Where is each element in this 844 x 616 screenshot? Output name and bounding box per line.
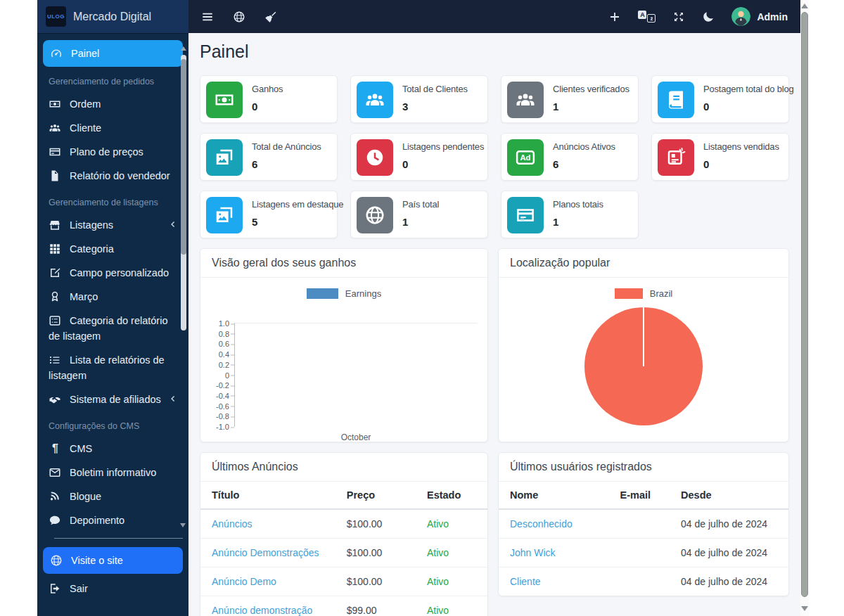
page-scroll-up-arrow[interactable] [801,4,808,8]
earnings-legend-swatch [307,288,338,299]
column-titulo: Título [200,482,335,509]
sidebar-item-listagens[interactable]: Listagens [43,213,183,237]
sidebar-item-painel[interactable]: Painel [43,40,183,67]
menu-toggle-icon[interactable] [201,11,214,23]
column-desde: Desde [670,482,788,509]
sidebar-item-ordem[interactable]: Ordem [43,92,183,116]
sidebar-section-listings: Gerenciamento de listagens [49,198,177,210]
admin-label: Admin [757,11,788,23]
top-navbar: A ž Admin [188,0,800,33]
registered-date: 04 de julho de 2024 [670,567,788,596]
sidebar-item-categoria-relatorio[interactable]: Categoria do relatório de listagem [43,309,183,348]
location-pie-chart: Brazil [499,278,788,442]
y-tick: -0.4 [203,392,229,399]
navbar-right-group: A ž Admin [608,7,788,26]
stat-card-planos-totais: Planos totais1 [501,191,639,238]
file-icon [49,169,62,182]
sidebar-item-sair[interactable]: Sair [43,577,183,601]
images-icon [206,139,243,176]
ad-icon [507,139,544,176]
sidebar-section-orders: Gerenciamento de pedidos [49,77,177,89]
y-tick: 0.4 [203,351,229,359]
brand-name: Mercado Digital [73,11,151,23]
status-badge: Ativo [427,576,449,587]
stat-card-ganhos: Ganhos0 [200,75,338,123]
sidebar-scroll-down-arrow[interactable] [180,523,186,527]
page-scroll-down-arrow[interactable] [801,606,808,611]
earnings-chart-panel: Visão geral dos seus ganhos Earnings 1.0… [200,248,488,442]
sidebar-item-marco[interactable]: Março [43,285,183,309]
user-menu[interactable]: Admin [731,7,788,26]
page-scrollbar-thumb[interactable] [801,12,808,597]
status-badge: Ativo [427,518,449,530]
envelope-icon [49,466,62,479]
sidebar-menu: Painel Gerenciamento de pedidos Ordem Cl… [37,33,188,601]
app-logo: ULOG [46,6,66,27]
listing-link[interactable]: Anúncios [212,518,252,530]
pie-legend[interactable]: Brazil [499,278,788,299]
users-icon [507,82,544,118]
sidebar-item-campo-personalizado[interactable]: Campo personalizado [43,261,183,285]
clock-icon [357,139,393,176]
listing-link[interactable]: Anúncio Demo [212,576,276,587]
globe-icon[interactable] [233,11,245,23]
sidebar-section-cms: Configurações do CMS [49,421,177,434]
charts-row: Visão geral dos seus ganhos Earnings 1.0… [200,248,789,442]
store-icon [49,219,62,231]
sidebar-divider [54,538,183,539]
sidebar-item-lista-relatorios[interactable]: Lista de relatórios de listagem [43,348,183,387]
sidebar-item-relatorio-vendedor[interactable]: Relatório do vendedor [43,164,183,188]
money-icon [49,98,62,110]
location-chart-panel: Localização popular Brazil [498,248,789,442]
sidebar-item-sistema-afiliados[interactable]: Sistema de afiliados [43,387,183,411]
gauge-icon [50,47,63,60]
table-header-row: Título Preço Estado [200,482,487,509]
sidebar-item-depoimento[interactable]: Depoimento [43,508,183,532]
avatar [731,7,750,26]
earnings-legend[interactable]: Earnings [200,278,487,299]
sidebar-scroll-up-arrow[interactable] [181,46,186,51]
stat-card-total-clientes: Total de Clientes3 [350,75,488,123]
y-tick: 0.2 [203,361,229,368]
handshake-icon [49,393,62,406]
sidebar-item-cliente[interactable]: Cliente [43,116,183,140]
sidebar-item-boletim[interactable]: Boletim informativo [43,461,183,485]
user-link[interactable]: Desconhecido [510,518,573,530]
dark-mode-moon-icon[interactable] [702,11,715,23]
plus-icon[interactable] [608,11,621,23]
images-icon [206,197,243,233]
listing-link[interactable]: Anúncio Demonstrações [212,547,319,558]
x-axis-label: October [235,432,477,442]
user-link[interactable]: John Wick [510,547,556,558]
pilcrow-icon: ¶ [49,441,62,456]
registered-date: 04 de julho de 2024 [670,539,788,567]
fullscreen-icon[interactable] [672,11,685,23]
chevron-left-icon [168,394,177,404]
sidebar-item-visite-o-site[interactable]: Visite o site [43,547,183,574]
sidebar-item-blogue[interactable]: Blogue [43,485,183,508]
comment-icon [49,514,62,527]
sidebar-item-cms[interactable]: ¶CMS [43,437,183,461]
table-header-row: Nome E-mail Desde [499,482,788,509]
latest-listings-table: Título Preço Estado Anúncios $100.00 Ati… [200,482,487,616]
listing-link[interactable]: Anúncio demonstração [212,605,312,616]
sidebar-item-plano-de-precos[interactable]: Plano de preços [43,140,183,164]
registered-date: 04 de julho de 2024 [670,509,788,539]
stat-card-total-anuncios: Total de Anúncios6 [200,133,338,181]
language-icon[interactable]: A ž [638,11,656,23]
earnings-chart-title: Visão geral dos seus ganhos [200,249,487,278]
brand[interactable]: ULOG Mercado Digital [37,0,188,33]
pie-circle [584,307,703,425]
broom-icon[interactable] [264,11,277,23]
sidebar-scrollbar-thumb[interactable] [181,59,186,255]
earnings-chart: Earnings 1.0 0.8 0.6 0.4 0.2 0 -0.2 -0.4… [200,278,487,442]
stat-card-listagens-destaque: Listagens em destaque5 [200,191,338,238]
latest-listings-panel: Últimos Anúncios Título Preço Estado Anú… [200,452,488,616]
column-nome: Nome [499,482,609,509]
latest-listings-title: Últimos Anúncios [200,453,487,482]
latest-users-panel: Últimos usuários registrados Nome E-mail… [498,452,789,596]
user-link[interactable]: Cliente [510,576,541,587]
sidebar-item-categoria[interactable]: Categoria [43,237,183,261]
globe-icon [357,197,393,233]
stat-card-clientes-verificados: Clientes verificados1 [501,75,639,123]
